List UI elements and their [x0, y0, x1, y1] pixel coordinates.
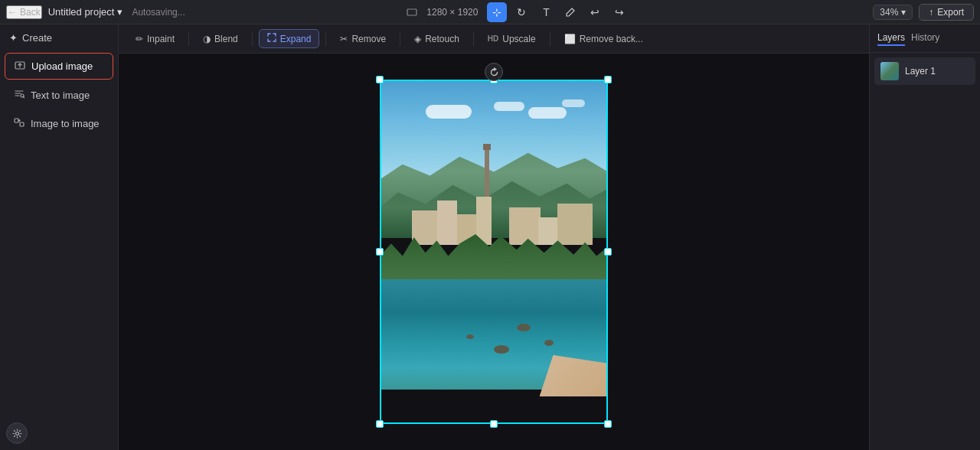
- back-label: Back: [20, 7, 41, 18]
- upscale-button[interactable]: HD Upscale: [480, 31, 544, 47]
- panel-tabs: Layers History: [877, 31, 939, 46]
- project-dropdown-icon: ▾: [117, 6, 122, 18]
- clouds-layer: [380, 97, 608, 149]
- layer-thumbnail: [880, 62, 899, 80]
- sidebar-item-image-to-image[interactable]: Image to image: [5, 111, 113, 136]
- upscale-icon: HD: [488, 34, 498, 43]
- tab-history[interactable]: History: [911, 31, 939, 46]
- project-title: Untitled project: [48, 6, 115, 18]
- separator-2: [252, 32, 253, 46]
- panel-header: Layers History: [870, 24, 980, 53]
- refresh-handle[interactable]: [485, 63, 503, 81]
- tab-layers[interactable]: Layers: [877, 31, 905, 46]
- handle-mid-left[interactable]: [376, 248, 384, 256]
- handle-bottom-right[interactable]: [604, 420, 612, 428]
- zoom-button[interactable]: 34% ▾: [873, 5, 913, 20]
- remove-bg-icon: ⬜: [564, 34, 576, 44]
- inpaint-label: Inpaint: [147, 34, 175, 44]
- text-to-image-label: Text to image: [31, 90, 90, 101]
- separator: [188, 32, 189, 46]
- zoom-dropdown-icon: ▾: [901, 7, 906, 18]
- upscale-label: Upscale: [502, 34, 535, 44]
- canvas-viewport[interactable]: [119, 54, 869, 450]
- main-area: ✦ Create Upload image Text to: [0, 24, 980, 450]
- remove-background-button[interactable]: ⬜ Remove back...: [557, 31, 651, 47]
- export-button[interactable]: ↑ Export: [919, 4, 974, 21]
- image-to-image-label: Image to image: [31, 118, 100, 129]
- topbar-left: ← Back Untitled project ▾ Autosaving...: [6, 5, 185, 19]
- rotate-tool-button[interactable]: ↻: [511, 2, 531, 22]
- topbar: ← Back Untitled project ▾ Autosaving... …: [0, 0, 980, 24]
- back-button[interactable]: ← Back: [6, 5, 42, 19]
- upload-image-icon: [15, 60, 25, 73]
- toolbar-strip: ✏ Inpaint ◑ Blend Expand ✂ Remove: [119, 24, 869, 54]
- remove-icon: ✂: [340, 34, 348, 44]
- project-title-button[interactable]: Untitled project ▾: [48, 6, 123, 18]
- settings-button[interactable]: [6, 422, 28, 444]
- handle-bottom-center[interactable]: [490, 420, 498, 428]
- separator-6: [550, 32, 550, 46]
- separator-5: [473, 32, 474, 46]
- retouch-label: Retouch: [425, 34, 459, 44]
- canvas-image: [380, 80, 608, 424]
- expand-label: Expand: [280, 34, 312, 44]
- export-label: Export: [937, 7, 964, 18]
- redo-button[interactable]: ↪: [609, 2, 629, 22]
- separator-4: [400, 32, 400, 46]
- canvas-area: ✏ Inpaint ◑ Blend Expand ✂ Remove: [119, 24, 869, 450]
- pen-tool-button[interactable]: [560, 2, 580, 22]
- remove-button[interactable]: ✂ Remove: [332, 31, 394, 47]
- expand-button[interactable]: Expand: [259, 29, 320, 48]
- zoom-level: 34%: [880, 7, 898, 18]
- upload-image-label: Upload image: [31, 60, 93, 72]
- remove-label: Remove: [351, 34, 386, 44]
- dims-icon: [407, 7, 417, 18]
- blend-icon: ◑: [203, 34, 211, 44]
- blend-button[interactable]: ◑ Blend: [195, 31, 246, 47]
- tool-buttons: ⊹ ↻ T ↩ ↪: [487, 2, 629, 22]
- handle-bottom-left[interactable]: [376, 420, 384, 428]
- left-panel-footer: [0, 416, 118, 450]
- text-tool-button[interactable]: T: [536, 2, 556, 22]
- expand-icon: [267, 33, 276, 44]
- left-panel: ✦ Create Upload image Text to: [0, 24, 119, 450]
- inpaint-icon: ✏: [136, 34, 143, 44]
- create-label: Create: [22, 32, 52, 44]
- text-to-image-icon: [14, 89, 24, 102]
- create-icon: ✦: [9, 32, 18, 44]
- remove-bg-label: Remove back...: [580, 34, 643, 44]
- svg-rect-4: [15, 119, 18, 122]
- city-layer: [403, 176, 596, 245]
- separator-3: [325, 32, 326, 46]
- svg-rect-0: [407, 9, 416, 15]
- back-arrow-icon: ←: [8, 7, 17, 18]
- image-frame: [380, 80, 608, 424]
- inpaint-button[interactable]: ✏ Inpaint: [128, 31, 182, 47]
- right-panel: Layers History Layer 1: [869, 24, 980, 450]
- sidebar-item-text-to-image[interactable]: Text to image: [5, 83, 113, 108]
- retouch-button[interactable]: ◈ Retouch: [407, 31, 467, 47]
- sidebar-item-upload-image[interactable]: Upload image: [5, 53, 113, 80]
- export-icon: ↑: [929, 7, 933, 18]
- topbar-center: 1280 × 1920 ⊹ ↻ T ↩ ↪: [191, 2, 845, 22]
- create-header: ✦ Create: [0, 24, 118, 51]
- topbar-right: 34% ▾ ↑ Export: [851, 4, 974, 21]
- select-tool-button[interactable]: ⊹: [487, 2, 507, 22]
- undo-button[interactable]: ↩: [585, 2, 605, 22]
- image-to-image-icon: [14, 117, 24, 130]
- handle-mid-right[interactable]: [604, 248, 612, 256]
- retouch-icon: ◈: [414, 34, 421, 44]
- autosave-label: Autosaving...: [132, 7, 185, 18]
- canvas-dimensions: 1280 × 1920: [426, 7, 478, 18]
- layer-name: Layer 1: [905, 66, 936, 77]
- svg-point-6: [15, 432, 18, 435]
- handle-top-left[interactable]: [376, 76, 384, 83]
- handle-top-right[interactable]: [604, 76, 612, 83]
- svg-rect-5: [20, 122, 24, 126]
- layer-item[interactable]: Layer 1: [874, 57, 975, 85]
- blend-label: Blend: [214, 34, 238, 44]
